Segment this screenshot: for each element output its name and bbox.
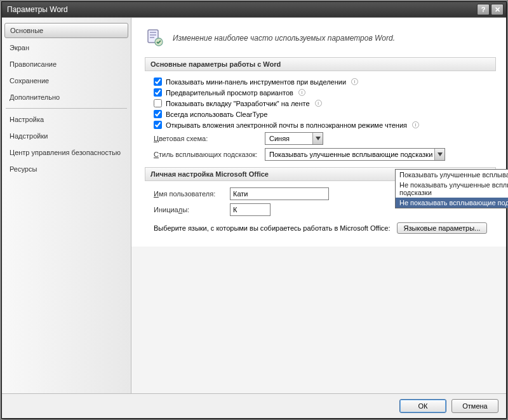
sidebar-item-trust[interactable]: Центр управления безопасностью xyxy=(2,144,131,161)
chevron-down-icon[interactable] xyxy=(434,149,444,160)
dialog-body: Основные Экран Правописание Сохранение Д… xyxy=(2,17,506,393)
label-fullscreen-attachments: Открывать вложения электронной почты в п… xyxy=(166,121,407,129)
check-cleartype: Всегда использовать ClearType xyxy=(154,110,496,118)
sidebar-divider xyxy=(6,108,127,109)
options-dialog: Параметры Word ? ✕ Основные Экран Правоп… xyxy=(1,1,507,419)
sidebar-item-customize[interactable]: Настройка xyxy=(2,111,131,128)
svg-rect-1 xyxy=(150,32,156,33)
close-button[interactable]: ✕ xyxy=(491,4,504,15)
checkbox-cleartype[interactable] xyxy=(154,110,162,118)
label-live-preview: Предварительный просмотр вариантов xyxy=(166,89,293,97)
label-tooltip-style: Стиль всплывающих подсказок: xyxy=(154,151,265,158)
label-cleartype: Всегда использовать ClearType xyxy=(166,111,267,118)
ok-button[interactable]: ОК xyxy=(399,399,446,413)
label-initials: Инициалы: xyxy=(154,206,230,213)
button-language-settings[interactable]: Языковые параметры... xyxy=(397,222,488,234)
combo-tooltip-value: Показывать улучшенные всплывающие подска… xyxy=(265,148,445,161)
label-languages: Выберите языки, с которыми вы собираетес… xyxy=(154,224,391,232)
sidebar: Основные Экран Правописание Сохранение Д… xyxy=(2,18,131,393)
content-panel: Изменение наиболее часто используемых па… xyxy=(131,18,506,247)
label-developer-tab: Показывать вкладку "Разработчик" на лент… xyxy=(166,100,310,107)
check-live-preview: Предварительный просмотр вариантов i xyxy=(154,88,496,97)
cancel-button[interactable]: Отмена xyxy=(451,399,498,413)
content-area: Изменение наиболее часто используемых па… xyxy=(131,18,506,393)
sidebar-item-proofing[interactable]: Правописание xyxy=(2,56,131,72)
dialog-footer: ОК Отмена xyxy=(2,393,506,418)
dropdown-option[interactable]: Не показывать улучшенные всплывающие под… xyxy=(396,180,508,198)
settings-icon xyxy=(145,28,165,48)
check-mini-toolbar: Показывать мини-панель инструментов при … xyxy=(154,78,496,86)
svg-rect-3 xyxy=(150,37,154,38)
dropdown-tooltip-style: Показывать улучшенные всплывающие подска… xyxy=(395,169,508,208)
label-mini-toolbar: Показывать мини-панель инструментов при … xyxy=(166,78,346,86)
checkbox-live-preview[interactable] xyxy=(154,88,162,97)
info-icon[interactable]: i xyxy=(412,121,419,128)
page-header: Изменение наиболее часто используемых па… xyxy=(145,28,496,48)
checkbox-fullscreen-attachments[interactable] xyxy=(154,121,162,129)
dropdown-option-highlighted[interactable]: Не показывать всплывающие подсказки xyxy=(396,198,508,208)
general-options: Показывать мини-панель инструментов при … xyxy=(145,78,496,161)
sidebar-item-advanced[interactable]: Дополнительно xyxy=(2,89,131,105)
row-color-scheme: Цветовая схема: Синяя xyxy=(154,132,496,145)
label-color-scheme: Цветовая схема: xyxy=(154,135,265,142)
dropdown-option[interactable]: Показывать улучшенные всплывающие подска… xyxy=(396,170,508,180)
row-tooltip-style: Стиль всплывающих подсказок: Показывать … xyxy=(154,148,496,161)
sidebar-item-addins[interactable]: Надстройки xyxy=(2,128,131,144)
info-icon[interactable]: i xyxy=(298,89,305,96)
sidebar-item-general[interactable]: Основные xyxy=(4,23,128,38)
label-username: Имя пользователя: xyxy=(154,190,230,198)
combo-color-scheme[interactable]: Синяя xyxy=(265,132,323,145)
input-initials[interactable] xyxy=(230,203,271,216)
sidebar-item-resources[interactable]: Ресурсы xyxy=(2,161,131,177)
page-header-text: Изменение наиболее часто используемых па… xyxy=(173,34,395,43)
info-icon[interactable]: i xyxy=(315,100,322,107)
check-fullscreen-attachments: Открывать вложения электронной почты в п… xyxy=(154,121,496,129)
check-developer-tab: Показывать вкладку "Разработчик" на лент… xyxy=(154,99,496,107)
titlebar: Параметры Word ? ✕ xyxy=(2,2,506,17)
row-languages: Выберите языки, с которыми вы собираетес… xyxy=(154,222,496,234)
section-header-general: Основные параметры работы с Word xyxy=(145,57,496,71)
chevron-down-icon[interactable] xyxy=(312,133,323,144)
sidebar-item-save[interactable]: Сохранение xyxy=(2,72,131,89)
help-button[interactable]: ? xyxy=(477,4,490,15)
checkbox-mini-toolbar[interactable] xyxy=(154,78,162,86)
sidebar-item-display[interactable]: Экран xyxy=(2,39,131,56)
window-title: Параметры Word xyxy=(7,5,476,14)
input-username[interactable] xyxy=(230,187,329,200)
combo-tooltip-style[interactable]: Показывать улучшенные всплывающие подска… xyxy=(265,148,445,161)
info-icon[interactable]: i xyxy=(351,78,358,85)
svg-rect-2 xyxy=(150,34,156,36)
checkbox-developer-tab[interactable] xyxy=(154,99,162,107)
